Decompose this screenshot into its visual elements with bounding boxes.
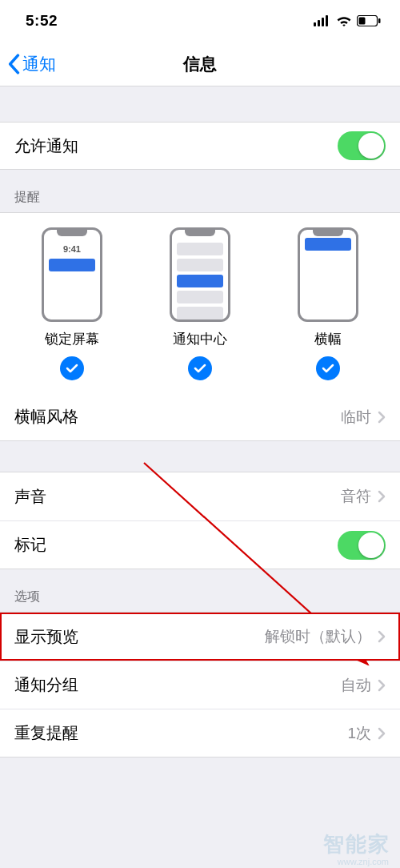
- badge-cell: 标记: [0, 520, 400, 569]
- watermark-brand: 智能家: [323, 830, 390, 858]
- page-title: 信息: [0, 53, 400, 75]
- lock-screen-time: 9:41: [44, 244, 100, 254]
- back-button[interactable]: 通知: [0, 53, 56, 75]
- banner-preview: [298, 227, 358, 322]
- notification-grouping-cell[interactable]: 通知分组 自动: [0, 661, 400, 709]
- repeat-alerts-cell[interactable]: 重复提醒 1次: [0, 709, 400, 757]
- notification-grouping-value: 自动: [341, 675, 371, 696]
- svg-rect-2: [322, 18, 324, 26]
- svg-rect-3: [326, 15, 328, 26]
- banner-style-value: 临时: [341, 407, 371, 428]
- alert-option-lock-screen[interactable]: 9:41 锁定屏幕: [9, 227, 135, 380]
- status-bar: 5:52: [0, 0, 400, 42]
- alert-option-notification-center[interactable]: 通知中心: [137, 227, 263, 380]
- check-icon: [66, 364, 78, 373]
- badge-switch[interactable]: [338, 531, 386, 560]
- check-icon: [322, 364, 334, 373]
- allow-notifications-switch[interactable]: [338, 131, 386, 160]
- alert-banner-label: 横幅: [314, 330, 342, 348]
- status-time: 5:52: [26, 12, 58, 30]
- battery-icon: [357, 15, 381, 26]
- show-previews-cell[interactable]: 显示预览 解锁时（默认）: [0, 613, 400, 661]
- banner-style-cell[interactable]: 横幅风格 临时: [0, 393, 400, 441]
- svg-rect-6: [359, 18, 366, 25]
- alert-lock-label: 锁定屏幕: [45, 330, 99, 348]
- status-indicators: [314, 15, 381, 26]
- repeat-alerts-value: 1次: [347, 723, 371, 744]
- watermark-url: www.znj.com: [338, 857, 389, 866]
- repeat-alerts-label: 重复提醒: [14, 722, 347, 744]
- sound-badge-group: 声音 音符 标记: [0, 472, 400, 569]
- options-group: 显示预览 解锁时（默认） 通知分组 自动 重复提醒 1次: [0, 612, 400, 757]
- chevron-right-icon: [378, 630, 386, 643]
- chevron-right-icon: [378, 411, 386, 424]
- sound-label: 声音: [14, 486, 341, 508]
- badge-label: 标记: [14, 534, 338, 556]
- options-section-header: 选项: [0, 569, 400, 612]
- chevron-right-icon: [378, 490, 386, 503]
- alert-center-check[interactable]: [188, 356, 212, 380]
- alert-center-label: 通知中心: [173, 330, 227, 348]
- allow-notifications-cell: 允许通知: [0, 122, 400, 170]
- chevron-left-icon: [6, 54, 21, 74]
- nav-bar: 通知 信息: [0, 42, 400, 86]
- alert-banner-check[interactable]: [316, 356, 340, 380]
- svg-rect-0: [314, 22, 316, 26]
- banner-style-label: 横幅风格: [14, 406, 341, 428]
- notification-center-preview: [170, 227, 230, 322]
- show-previews-value: 解锁时（默认）: [265, 626, 371, 647]
- alert-option-banner[interactable]: 横幅: [265, 227, 391, 380]
- svg-rect-1: [318, 20, 320, 26]
- chevron-right-icon: [378, 679, 386, 692]
- sound-cell[interactable]: 声音 音符: [0, 472, 400, 520]
- alerts-row: 9:41 锁定屏幕 通知中心 横幅: [0, 212, 400, 393]
- wifi-icon: [336, 15, 352, 26]
- cellular-icon: [314, 15, 331, 26]
- alert-lock-check[interactable]: [60, 356, 84, 380]
- alerts-section-header: 提醒: [0, 170, 400, 212]
- lock-screen-preview: 9:41: [42, 227, 102, 322]
- notification-grouping-label: 通知分组: [14, 674, 341, 696]
- back-label: 通知: [22, 53, 56, 75]
- check-icon: [194, 364, 206, 373]
- chevron-right-icon: [378, 727, 386, 740]
- svg-rect-5: [378, 18, 381, 23]
- show-previews-label: 显示预览: [14, 626, 265, 648]
- sound-value: 音符: [341, 486, 371, 507]
- allow-notifications-label: 允许通知: [14, 135, 338, 157]
